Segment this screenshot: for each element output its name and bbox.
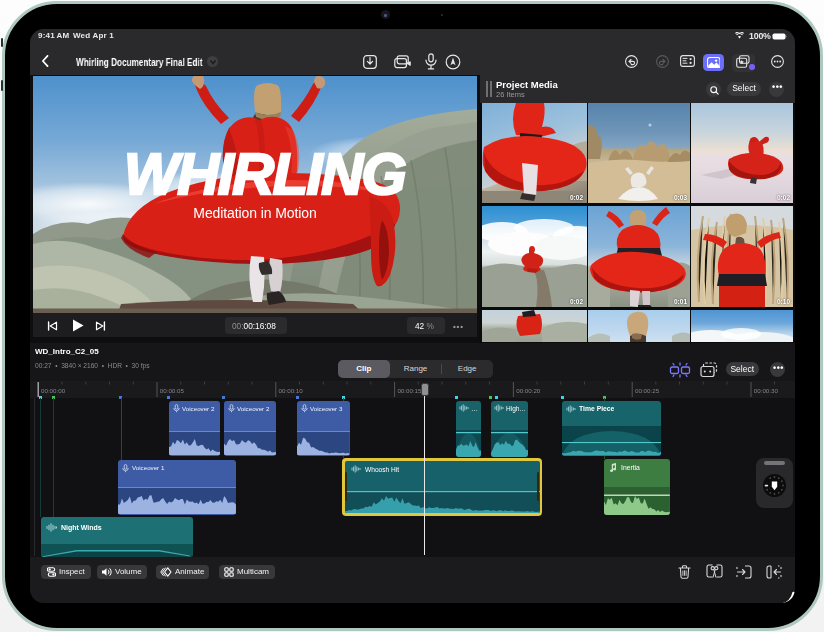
svg-text:00:00:20: 00:00:20 xyxy=(516,387,541,394)
svg-text:00:00:15: 00:00:15 xyxy=(397,387,422,394)
svg-text:00:00:05: 00:00:05 xyxy=(160,387,185,394)
svg-text:00:00:30: 00:00:30 xyxy=(754,387,779,394)
svg-text:00:00:00: 00:00:00 xyxy=(41,387,66,394)
svg-text:00:00:10: 00:00:10 xyxy=(279,387,304,394)
svg-text:00:00:25: 00:00:25 xyxy=(635,387,660,394)
